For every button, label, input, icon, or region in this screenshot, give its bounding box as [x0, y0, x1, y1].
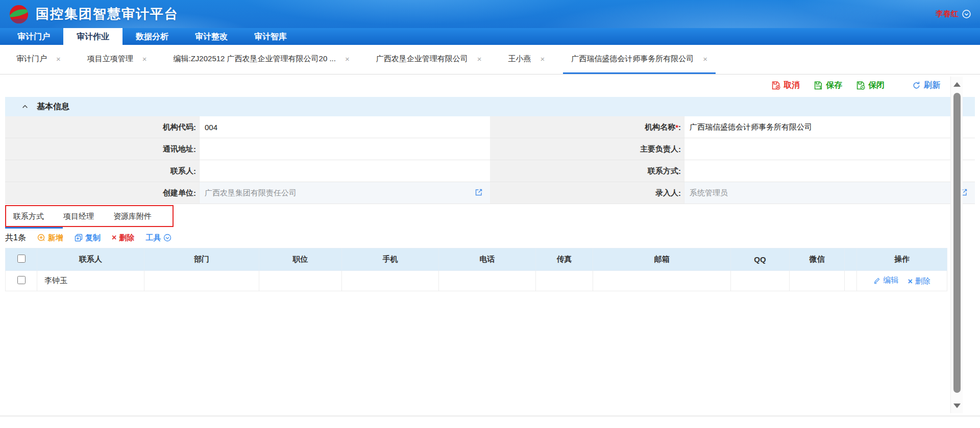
doc-tab-label: 王小燕	[508, 54, 531, 64]
address-input[interactable]	[205, 145, 476, 154]
field-colon: :	[193, 189, 196, 197]
cell-phone	[439, 271, 536, 291]
row-checkbox[interactable]	[17, 276, 26, 284]
list-toolbar: 共1条 新增 复制 × 删除 工具	[5, 230, 975, 246]
doc-tab-wangxiaoyan[interactable]: 王小燕 ×	[500, 45, 553, 74]
field-value	[684, 160, 975, 182]
cell-dept	[144, 271, 259, 291]
add-button[interactable]: 新增	[37, 233, 63, 243]
field-label-text: 联系方式	[648, 166, 678, 176]
scrollbar-down-button[interactable]	[951, 399, 963, 412]
delete-label: 删除	[119, 233, 134, 243]
nav-item-data-analysis[interactable]: 数据分析	[122, 28, 182, 45]
contact-way-input[interactable]	[690, 167, 961, 175]
save-close-button[interactable]: 保闭	[856, 80, 885, 91]
field-label-text: 机构代码	[163, 122, 193, 132]
nav-item-audit-knowledge[interactable]: 审计智库	[241, 28, 300, 45]
close-icon[interactable]: ×	[703, 55, 707, 63]
cell-fax	[536, 271, 593, 291]
col-wechat: 微信	[790, 248, 845, 271]
close-icon[interactable]: ×	[477, 55, 482, 63]
user-menu[interactable]: 李春红	[936, 9, 971, 19]
doc-tab-company[interactable]: 广西农垦企业管理有限公司 ×	[368, 45, 490, 74]
save-button[interactable]: 保存	[814, 80, 842, 91]
logo-icon	[9, 5, 29, 24]
col-email: 邮箱	[593, 248, 731, 271]
row-delete-button[interactable]: × 删除	[908, 276, 930, 286]
field-label: 创建单位:	[5, 182, 199, 204]
cell-contact: 李钟玉	[37, 271, 144, 291]
subtab-project-manager[interactable]: 项目经理	[63, 212, 94, 221]
org-code-input[interactable]	[205, 123, 476, 132]
table-row: 李钟玉 编辑	[6, 271, 947, 291]
app-window: 国控集团智慧审计平台 李春红 审计门户 审计作业 数据分析 审计整改 审计智库 …	[0, 0, 980, 428]
field-label-text: 联系人	[170, 166, 193, 176]
nav-item-audit-rectify[interactable]: 审计整改	[182, 28, 241, 45]
close-icon[interactable]: ×	[56, 55, 61, 63]
refresh-button[interactable]: 刷新	[912, 80, 940, 91]
principal-input[interactable]	[690, 145, 961, 154]
close-icon[interactable]: ×	[540, 55, 545, 63]
scrollbar-thumb[interactable]	[953, 93, 961, 393]
row-select-cell	[6, 271, 37, 291]
field-value: 广西农垦集团有限责任公司	[199, 182, 490, 204]
field-colon: :	[678, 123, 681, 132]
row-edit-label: 编辑	[883, 275, 898, 285]
nav-item-audit-work[interactable]: 审计作业	[63, 28, 122, 45]
subtab-resource-attachments[interactable]: 资源库附件	[113, 212, 152, 221]
scrollbar-up-button[interactable]	[951, 78, 963, 91]
row-delete-label: 删除	[915, 276, 930, 286]
basic-info-section-header[interactable]: 基本信息	[5, 97, 975, 116]
field-colon: :	[193, 167, 196, 175]
field-colon: :	[193, 145, 196, 154]
record-action-bar: 取消 保存 保闭 刷新	[0, 74, 980, 96]
field-value	[684, 138, 975, 160]
window-bottom-strip	[0, 416, 980, 428]
tools-button[interactable]: 工具	[145, 233, 172, 243]
doc-tab-project-approval[interactable]: 项目立项管理 ×	[79, 45, 155, 74]
add-circle-plus-icon	[37, 234, 45, 242]
field-label-text: 主要负责人	[640, 144, 678, 154]
col-dept: 部门	[144, 248, 259, 271]
org-name-input[interactable]	[690, 123, 961, 132]
form-field-contact-way: 联系方式:	[490, 160, 975, 182]
row-delete-x-icon: ×	[908, 278, 912, 286]
col-spacer	[845, 248, 857, 271]
user-chevron-down-icon[interactable]	[962, 10, 971, 18]
section-title: 基本信息	[37, 102, 69, 112]
subtab-contact-info[interactable]: 联系方式	[13, 212, 44, 221]
field-label: 联系方式:	[490, 160, 684, 182]
row-edit-button[interactable]: 编辑	[873, 275, 898, 285]
refresh-icon	[912, 81, 921, 90]
cancel-button[interactable]: 取消	[772, 80, 800, 91]
popup-edit-icon[interactable]	[475, 188, 483, 196]
cancel-label: 取消	[783, 80, 800, 91]
close-icon[interactable]: ×	[142, 55, 147, 63]
detail-subtabs: 联系方式 项目经理 资源库附件	[5, 204, 980, 229]
field-label: 机构名称*:	[490, 116, 684, 138]
form-field-principal: 主要负责人:	[490, 138, 975, 160]
create-unit-value: 广西农垦集团有限责任公司	[205, 188, 297, 198]
doc-tab-label: 广西农垦企业管理有限公司	[376, 54, 468, 64]
field-label-text: 机构名称	[645, 122, 675, 132]
save-close-label: 保闭	[868, 80, 885, 91]
doc-tab-ruixin-firm[interactable]: 广西瑞信盛德会计师事务所有限公司 ×	[563, 45, 716, 74]
vertical-scrollbar[interactable]	[950, 77, 963, 413]
main-nav: 审计门户 审计作业 数据分析 审计整改 审计智库	[0, 28, 980, 45]
copy-button[interactable]: 复制	[75, 233, 101, 243]
doc-tab-edit-zj202512[interactable]: 编辑:ZJ202512 广西农垦企业管理有限公司20 ... ×	[165, 45, 358, 74]
nav-item-audit-portal[interactable]: 审计门户	[4, 28, 63, 45]
col-actions: 操作	[857, 248, 947, 271]
table-header-row: 联系人 部门 职位 手机 电话 传真 邮箱 QQ 微信 操作	[6, 248, 947, 271]
copy-label: 复制	[85, 233, 101, 243]
contact-person-input[interactable]	[205, 167, 476, 175]
doc-tab-audit-portal[interactable]: 审计门户 ×	[8, 45, 69, 74]
scrollbar-up-icon	[953, 82, 961, 87]
field-label-text: 创建单位	[163, 188, 193, 198]
tools-chevron-down-icon	[163, 234, 172, 242]
copy-icon	[75, 234, 83, 242]
field-label: 联系人:	[5, 160, 199, 182]
select-all-checkbox[interactable]	[17, 255, 26, 263]
close-icon[interactable]: ×	[345, 55, 350, 63]
delete-button[interactable]: × 删除	[112, 233, 134, 243]
